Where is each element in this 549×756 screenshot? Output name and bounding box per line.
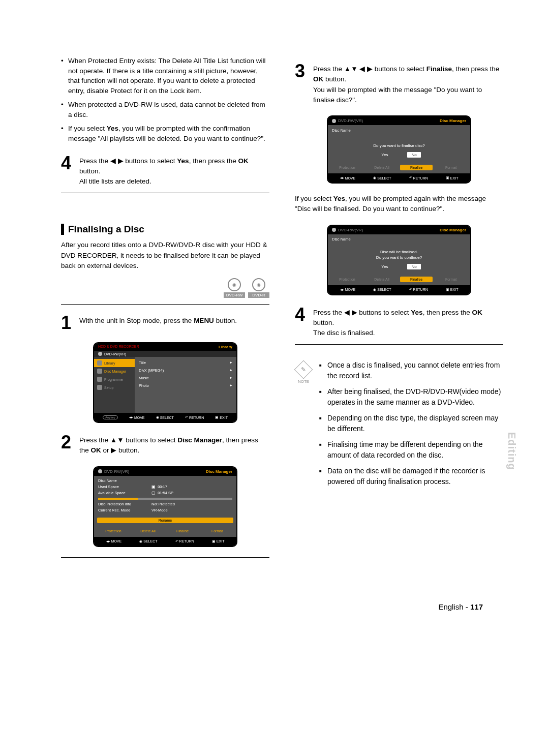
exit-icon: ▣ [212, 539, 216, 543]
chevron-right-icon: ▸ [230, 383, 232, 388]
step-1: 1 With the unit in Stop mode, press the … [61, 314, 269, 332]
prompt-text: Do you want to finalise disc? [328, 135, 470, 152]
finalise-button[interactable]: Finalise [166, 528, 199, 534]
section-header: Finalising a Disc [61, 224, 269, 235]
osd-title: Disc Manager [440, 118, 466, 123]
no-button[interactable]: No [407, 264, 420, 269]
return-icon: ↶ [185, 415, 188, 419]
osd-title: Disc Manager [440, 228, 466, 232]
osd-sidebar: Library Disc Manager Programme Setup [94, 357, 135, 413]
osd-corner: Library [219, 345, 232, 349]
prompt-line1: Disc will be finalised. [328, 245, 470, 255]
sidebar-item-disc-manager[interactable]: Disc Manager [94, 367, 135, 375]
protection-button[interactable]: Protection [331, 165, 363, 170]
right-column: 3 Press the ▲▼ ◀ ▶ buttons to select Fin… [295, 56, 503, 567]
delete-all-button[interactable]: Delete All [132, 528, 164, 534]
select-icon: ◉ [373, 288, 376, 292]
osd-list: Title▸ DivX (MPEG4)▸ Music▸ Photo▸ [135, 357, 236, 413]
move-icon: ◂▸ [129, 415, 133, 419]
osd-crumb: DVD-RW(VR) [98, 469, 129, 474]
disc-manager-icon [97, 369, 102, 374]
list-item: Data on the disc will be damaged if the … [319, 466, 503, 487]
finalise-button[interactable]: Finalise [400, 165, 433, 170]
delete-notes-list: When Protected Entry exists: The Delete … [61, 56, 269, 144]
step-4-left: 4 Press the ◀ ▶ buttons to select Yes, t… [61, 154, 269, 187]
note-icon: ✎ [294, 360, 313, 379]
protection-button[interactable]: Protection [331, 277, 363, 282]
osd-disc-manager-screenshot: DVD-RW(VR) Disc Manager Disc Name Used S… [93, 466, 237, 547]
step-number: 2 [61, 433, 73, 456]
list-item: Once a disc is finalised, you cannot del… [319, 360, 503, 381]
step-2: 2 Press the ▲▼ buttons to select Disc Ma… [61, 433, 269, 456]
list-item: When protected a DVD-RW is used, data ca… [61, 100, 269, 119]
format-button[interactable]: Format [435, 165, 467, 170]
disc-icon [332, 119, 336, 123]
chevron-right-icon: ▸ [230, 376, 232, 380]
disc-icon [98, 469, 102, 473]
prompt-choices: Yes No [328, 264, 470, 275]
list-item[interactable]: DivX (MPEG4)▸ [135, 367, 236, 374]
badge-dvd-r: ◉ DVD-R [248, 278, 269, 298]
sidebar-item-setup[interactable]: Setup [94, 383, 135, 391]
osd-finalise-confirm-screenshot: DVD-RW(VR) Disc Manager Disc Name Disc w… [327, 225, 471, 295]
no-button[interactable]: No [407, 152, 420, 158]
list-item: Finalising time may be different dependi… [319, 439, 503, 461]
return-icon: ↶ [409, 176, 412, 180]
step-number: 1 [61, 314, 73, 332]
sidebar-item-library[interactable]: Library [94, 359, 135, 367]
return-icon: ↶ [175, 539, 178, 543]
return-icon: ↶ [409, 288, 412, 292]
section-marker-icon [61, 224, 64, 235]
list-item[interactable]: Photo▸ [135, 382, 236, 389]
badge-dvd-rw: ◉ DVD-RW [224, 278, 245, 298]
delete-all-button[interactable]: Delete All [365, 277, 398, 282]
list-item: When Protected Entry exists: The Delete … [61, 56, 269, 96]
finalise-button[interactable]: Finalise [400, 277, 433, 282]
rename-button[interactable]: Rename [97, 518, 233, 523]
library-icon [97, 360, 102, 366]
format-button[interactable]: Format [435, 277, 467, 282]
divider [61, 193, 269, 193]
section-intro: After you record titles onto a DVD-RW/DV… [61, 240, 269, 271]
osd-top-label: HDD & DVD RECORDER [98, 345, 139, 349]
disc-icon: ◉ [252, 278, 265, 291]
format-button[interactable]: Format [201, 528, 233, 534]
sidebar-item-programme[interactable]: Programme [94, 375, 135, 383]
step-text: Press the ▲▼ ◀ ▶ buttons to select Final… [313, 64, 503, 105]
osd-footer: ◂▸MOVE ◉SELECT ↶RETURN ▣EXIT [94, 537, 236, 546]
select-icon: ◉ [156, 415, 159, 419]
disc-type-badges: ◉ DVD-RW ◉ DVD-R [61, 278, 269, 298]
exit-icon: ▣ [215, 415, 219, 419]
chevron-right-icon: ▸ [230, 360, 232, 365]
list-item: After being finalised, the DVD-R/DVD-RW(… [319, 386, 503, 408]
disc-name-label: Disc Name [332, 128, 385, 133]
step-number: 4 [61, 154, 73, 187]
yes-button[interactable]: Yes [377, 264, 392, 269]
step-number: 4 [295, 306, 307, 339]
disc-name-label: Disc Name [332, 237, 385, 241]
move-icon: ◂▸ [340, 288, 344, 292]
step-text: Press the ▲▼ buttons to select Disc Mana… [79, 435, 269, 456]
note-label: NOTE [295, 379, 312, 384]
exit-icon: ▣ [446, 288, 449, 292]
osd-menu-screenshot: HDD & DVD RECORDER Library DVD-RW(VR) Li… [93, 342, 237, 423]
delete-all-button[interactable]: Delete All [365, 165, 398, 170]
disc-icon: ◉ [228, 278, 241, 291]
osd-crumb: DVD-RW(VR) [94, 351, 236, 357]
osd-crumb: DVD-RW(VR) [332, 118, 363, 123]
list-item[interactable]: Music▸ [135, 374, 236, 382]
disc-icon [332, 228, 336, 232]
protection-button[interactable]: Protection [97, 528, 130, 534]
yes-button[interactable]: Yes [377, 152, 392, 158]
step-4-right: 4 Press the ◀ ▶ buttons to select Yes, t… [295, 306, 503, 339]
step-text: Press the ◀ ▶ buttons to select Yes, the… [79, 156, 269, 187]
osd-crumb: DVD-RW(VR) [332, 228, 363, 232]
osd-finalise-prompt-screenshot: DVD-RW(VR) Disc Manager Disc Name Do you… [327, 115, 471, 184]
section-title: Finalising a Disc [68, 224, 144, 235]
select-icon: ◉ [139, 539, 142, 543]
left-column: When Protected Entry exists: The Delete … [61, 56, 269, 567]
list-item[interactable]: Title▸ [135, 359, 236, 367]
list-item: If you select Yes, you will be prompted … [61, 124, 269, 143]
mid-paragraph: If you select Yes, you will be prompted … [295, 194, 503, 215]
anykey-button[interactable]: Anykey [103, 415, 118, 419]
